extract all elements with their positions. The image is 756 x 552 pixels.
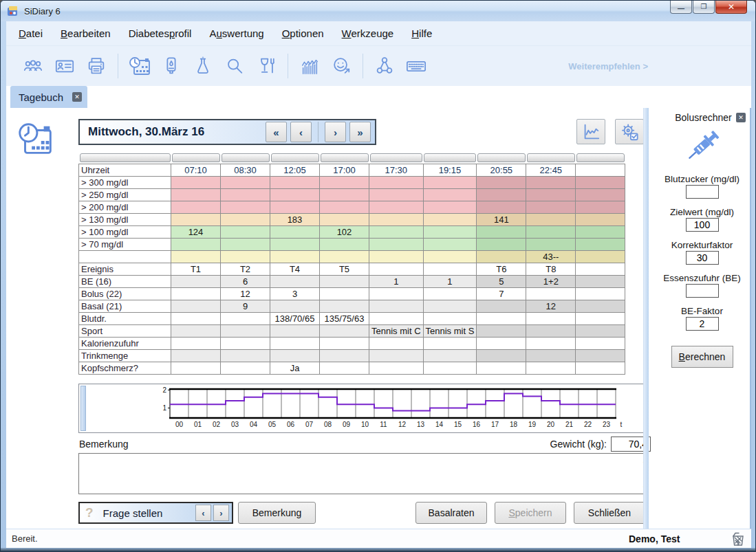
diary-cell[interactable]: 1	[423, 275, 477, 287]
column-header-button[interactable]	[424, 153, 476, 162]
diary-cell[interactable]: T1	[171, 263, 221, 275]
next-day-button[interactable]: ›	[325, 122, 346, 142]
diary-cell[interactable]	[526, 213, 576, 225]
diary-cell[interactable]	[221, 213, 270, 225]
diary-cell[interactable]	[526, 362, 576, 374]
chart-splitter-strip[interactable]	[80, 386, 86, 431]
diary-cell[interactable]	[320, 287, 369, 300]
diary-cell[interactable]	[477, 349, 526, 362]
diary-cell[interactable]	[221, 337, 270, 349]
diary-cell[interactable]: 1+2	[526, 275, 576, 287]
blood-glucose-input[interactable]	[686, 185, 719, 199]
diary-cell[interactable]	[270, 275, 320, 287]
diary-cell[interactable]	[576, 324, 625, 337]
recommend-link[interactable]: Weiterempfehlen >	[568, 61, 648, 71]
diary-cell[interactable]	[171, 287, 221, 300]
diary-cell[interactable]	[320, 250, 369, 263]
basal-rates-button[interactable]: Basalraten	[415, 502, 487, 524]
previous-day-button[interactable]: ‹	[290, 122, 312, 142]
column-header-button[interactable]	[222, 153, 270, 162]
diary-cell[interactable]	[423, 238, 477, 250]
food-intake-input[interactable]	[686, 284, 719, 298]
close-tab-button[interactable]: Schließen	[574, 502, 645, 524]
diary-cell[interactable]	[423, 362, 477, 374]
diary-cell[interactable]	[320, 362, 369, 374]
diary-cell[interactable]	[526, 201, 576, 213]
diary-cell[interactable]	[423, 263, 477, 275]
diary-cell[interactable]	[270, 349, 320, 362]
diary-cell[interactable]	[221, 312, 270, 324]
diary-cell[interactable]	[221, 238, 270, 250]
diary-cell[interactable]	[221, 201, 270, 213]
diary-cell[interactable]	[369, 337, 424, 349]
diary-calendar-icon[interactable]	[124, 52, 155, 80]
column-header-button[interactable]	[321, 153, 369, 162]
diary-cell[interactable]	[526, 312, 576, 324]
smiley-export-icon[interactable]	[325, 52, 357, 80]
lab-flask-icon[interactable]	[187, 52, 219, 80]
column-header-button[interactable]	[576, 153, 625, 162]
diary-cell[interactable]	[526, 238, 576, 250]
diary-cell[interactable]	[576, 349, 625, 362]
diary-cell[interactable]	[526, 188, 576, 201]
diary-cell[interactable]	[477, 225, 526, 238]
sidebar-splitter[interactable]	[643, 108, 649, 529]
diary-cell[interactable]	[477, 188, 526, 201]
diary-cell[interactable]: 6	[221, 275, 270, 287]
diary-cell[interactable]	[369, 225, 424, 238]
diary-cell[interactable]	[221, 349, 270, 362]
bolus-panel-close-icon[interactable]: ✕	[736, 113, 746, 122]
diary-cell[interactable]	[477, 176, 526, 188]
diary-cell[interactable]: T2	[221, 263, 270, 275]
diary-cell[interactable]	[526, 349, 576, 362]
diary-cell[interactable]	[369, 362, 424, 374]
diary-cell[interactable]	[369, 250, 424, 263]
diary-cell[interactable]	[369, 213, 424, 225]
diary-cell[interactable]	[171, 349, 221, 362]
diary-cell[interactable]	[423, 176, 477, 188]
diary-cell[interactable]	[576, 263, 625, 275]
column-header-button[interactable]	[370, 153, 423, 162]
diary-cell[interactable]: T5	[320, 263, 369, 275]
close-button[interactable]: ✕	[715, 1, 747, 14]
diary-cell[interactable]	[320, 188, 369, 201]
column-header-button[interactable]	[80, 153, 171, 162]
food-drink-icon[interactable]	[250, 52, 282, 80]
minimize-button[interactable]: —	[670, 1, 692, 14]
diary-cell[interactable]	[171, 275, 221, 287]
diary-cell[interactable]	[270, 337, 320, 349]
diary-cell[interactable]	[477, 300, 526, 312]
diary-cell[interactable]	[270, 300, 320, 312]
diary-cell[interactable]: T8	[526, 263, 576, 275]
trend-chart-button[interactable]	[576, 119, 605, 144]
target-value-input[interactable]	[686, 218, 719, 232]
diary-cell[interactable]	[477, 362, 526, 374]
diary-cell[interactable]: Ja	[270, 362, 320, 374]
diary-cell[interactable]	[526, 176, 576, 188]
keyboard-icon[interactable]	[400, 52, 432, 80]
diary-cell[interactable]	[320, 213, 369, 225]
tab-tagebuch[interactable]: Tagebuch ✕	[10, 86, 87, 108]
diary-cell[interactable]	[171, 362, 221, 374]
diary-cell[interactable]	[576, 176, 625, 188]
diary-cell[interactable]	[320, 349, 369, 362]
diary-cell[interactable]	[270, 250, 320, 263]
diary-cell[interactable]	[320, 238, 369, 250]
diary-cell[interactable]	[526, 337, 576, 349]
diary-cell[interactable]: 102	[320, 225, 369, 238]
diary-cell[interactable]	[270, 176, 320, 188]
menu-item-hilfe[interactable]: Hilfe	[411, 27, 432, 39]
diary-cell[interactable]	[171, 238, 221, 250]
diary-cell[interactable]	[576, 275, 625, 287]
diary-cell[interactable]	[320, 176, 369, 188]
diary-cell[interactable]	[369, 300, 424, 312]
remark-button[interactable]: Bemerkung	[238, 502, 316, 524]
diary-cell[interactable]	[423, 201, 477, 213]
diary-cell[interactable]	[320, 300, 369, 312]
diary-cell[interactable]	[576, 362, 625, 374]
diary-cell[interactable]	[423, 225, 477, 238]
diary-cell[interactable]	[270, 201, 320, 213]
diary-cell[interactable]: 183	[270, 213, 320, 225]
diary-cell[interactable]	[221, 324, 270, 337]
calculate-button[interactable]: Berechnen	[671, 346, 733, 368]
